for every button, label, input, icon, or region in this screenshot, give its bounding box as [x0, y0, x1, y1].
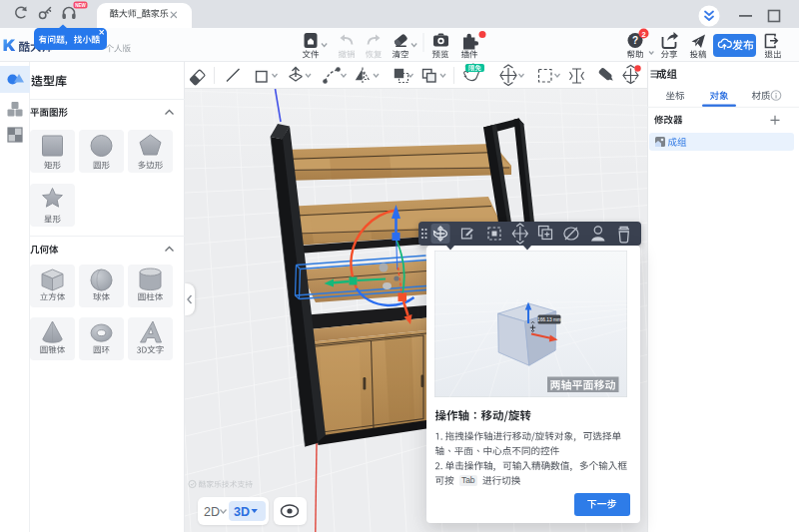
svg-text:2: 2 [641, 30, 645, 39]
svg-text:3D: 3D [234, 504, 250, 518]
svg-text:166.13 mm: 166.13 mm [537, 317, 561, 322]
svg-text:NEW: NEW [75, 3, 86, 8]
svg-text:2D: 2D [204, 504, 220, 518]
svg-text:?: ? [632, 35, 638, 46]
